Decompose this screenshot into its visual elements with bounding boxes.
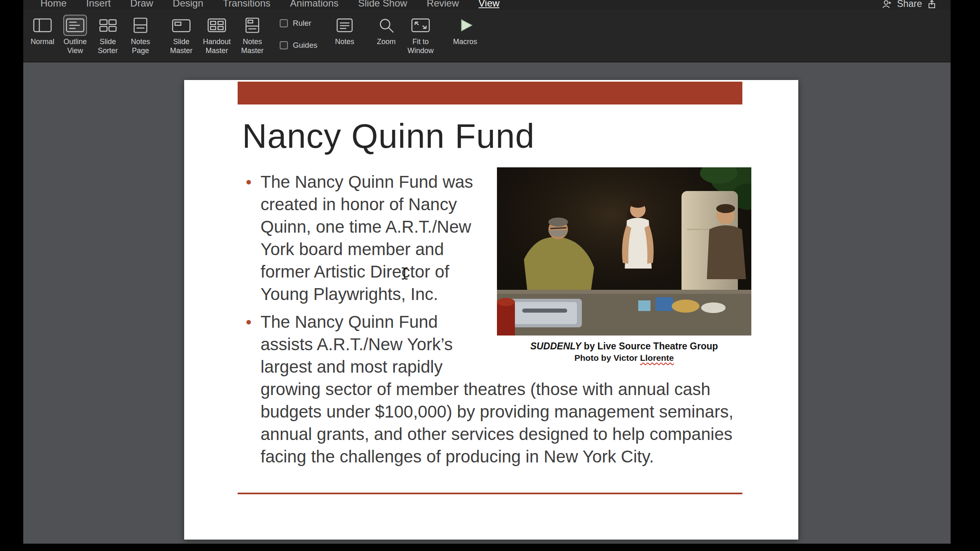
slide-accent-bar (238, 82, 742, 104)
guides-checkbox[interactable]: Guides (280, 38, 317, 52)
ruler-checkbox-box (280, 19, 288, 27)
notes-master-button[interactable]: Notes Master (235, 15, 270, 55)
show-group: Ruler Guides (280, 16, 317, 60)
mouse-cursor (401, 267, 409, 282)
ribbon-tab-bar: Home Insert Draw Design Transitions Anim… (23, 0, 951, 10)
bullet-item[interactable]: The Nancy Quinn Fund was created in hono… (261, 171, 751, 305)
tab-design[interactable]: Design (173, 0, 203, 9)
screen: Home Insert Draw Design Transitions Anim… (0, 0, 980, 551)
tab-transitions[interactable]: Transitions (223, 0, 270, 9)
tab-view[interactable]: View (479, 0, 500, 9)
tab-insert[interactable]: Insert (86, 0, 111, 9)
handout-master-button[interactable]: Handout Master (200, 15, 234, 55)
ruler-checkbox[interactable]: Ruler (280, 16, 317, 30)
tab-animations[interactable]: Animations (290, 0, 339, 9)
guides-checkbox-box (280, 41, 288, 49)
fit-to-window-button[interactable]: Fit to Window (403, 15, 438, 55)
slide-sorter-icon (96, 15, 120, 36)
play-triangle-icon (453, 15, 477, 36)
zoom-button[interactable]: Zoom (373, 15, 400, 46)
slide-title[interactable]: Nancy Quinn Fund (242, 118, 535, 154)
tab-slide-show[interactable]: Slide Show (358, 0, 407, 9)
notes-page-button[interactable]: Notes Page (125, 15, 156, 55)
tab-home[interactable]: Home (40, 0, 67, 9)
macros-button[interactable]: Macros (448, 15, 483, 46)
notes-button[interactable]: Notes (332, 15, 357, 46)
powerpoint-window: Home Insert Draw Design Transitions Anim… (23, 0, 951, 544)
slide-accent-line (238, 493, 742, 494)
right-letterbox-bar (951, 0, 980, 551)
slide-master-icon (169, 15, 193, 36)
slide-canvas[interactable]: Nancy Quinn Fund (184, 80, 798, 540)
bullet-item[interactable]: The Nancy Quinn Fund assists A.R.T./New … (261, 311, 751, 468)
share-button[interactable]: Share (882, 0, 937, 9)
outline-view-icon (63, 15, 87, 36)
magnifier-icon (374, 15, 398, 36)
slide-master-button[interactable]: Slide Master (165, 15, 197, 55)
normal-view-button[interactable]: Normal (27, 15, 58, 46)
handout-master-icon (205, 15, 229, 36)
slide-body[interactable]: SUDDENLY by Live Source Theatre Group Ph… (245, 171, 751, 468)
bullet-list[interactable]: The Nancy Quinn Fund was created in hono… (245, 171, 751, 468)
fit-to-window-icon (409, 15, 432, 36)
left-letterbox-bar (0, 0, 23, 551)
normal-view-icon (31, 15, 54, 36)
slide-workspace: Nancy Quinn Fund (23, 62, 951, 544)
notes-page-icon (129, 15, 152, 36)
tab-draw[interactable]: Draw (130, 0, 153, 9)
ribbon-tabs: Home Insert Draw Design Transitions Anim… (23, 0, 951, 9)
notes-icon (333, 15, 356, 36)
share-arrow-icon (927, 0, 937, 9)
share-label: Share (897, 0, 922, 9)
slide-sorter-button[interactable]: Slide Sorter (92, 15, 124, 55)
person-icon (882, 0, 892, 9)
bottom-letterbox-bar (0, 544, 980, 551)
tab-review[interactable]: Review (427, 0, 459, 9)
ribbon-view-tab: Normal Outline View Slide Sorter Notes P… (23, 10, 951, 62)
notes-master-icon (241, 15, 264, 36)
outline-view-button[interactable]: Outline View (59, 15, 91, 55)
